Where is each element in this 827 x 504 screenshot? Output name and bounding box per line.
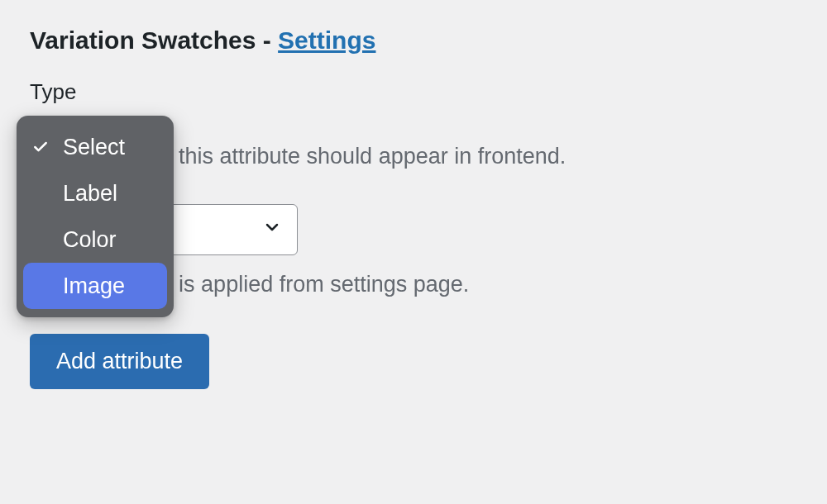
type-dropdown: Select Label Color Image [17,116,174,317]
dropdown-option-label: Label [63,181,117,207]
dropdown-option-label: Image [63,273,125,299]
add-attribute-button[interactable]: Add attribute [30,334,209,389]
dropdown-option-label: Select [63,135,125,160]
type-description: this attribute should appear in frontend… [179,141,797,173]
dropdown-option-select[interactable]: Select [17,124,174,170]
dropdown-option-color[interactable]: Color [17,216,174,263]
type-label: Type [30,79,797,105]
dropdown-option-image[interactable]: Image [23,263,167,309]
page-heading: Variation Swatches - Settings [30,26,797,55]
heading-prefix: Variation Swatches - [30,26,278,54]
checkmark-icon [28,139,53,155]
dropdown-option-label-opt[interactable]: Label [17,170,174,216]
chevron-down-icon [262,217,282,242]
settings-link[interactable]: Settings [278,26,375,54]
dropdown-option-label: Color [63,227,117,253]
